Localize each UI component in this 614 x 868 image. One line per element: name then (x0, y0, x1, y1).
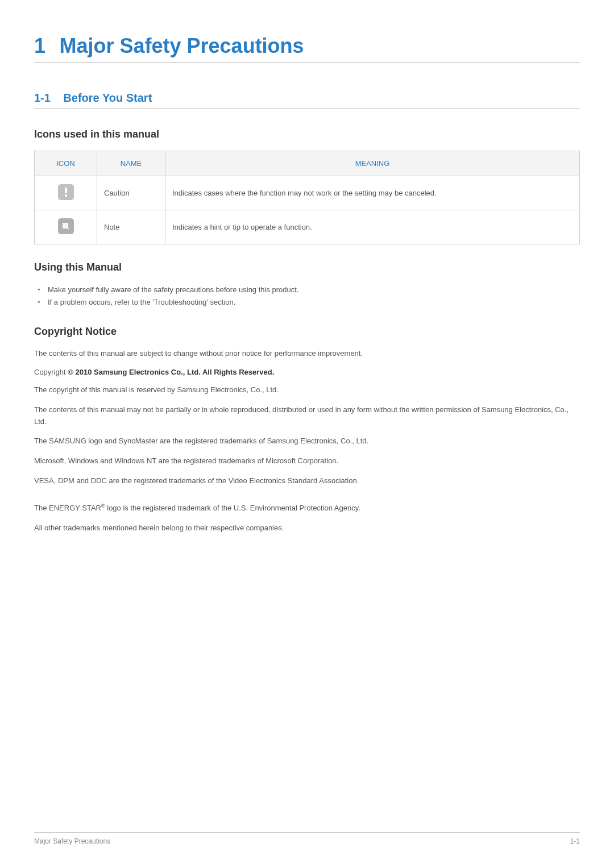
note-icon (58, 218, 74, 234)
header-meaning: MEANING (165, 151, 580, 176)
footer-right: 1-1 (570, 837, 580, 845)
paragraph: All other trademarks mentioned herein be… (34, 522, 580, 534)
name-cell: Note (97, 210, 165, 244)
copyright-line: Copyright © 2010 Samsung Electronics Co.… (34, 368, 580, 376)
list-item: Make yourself fully aware of the safety … (34, 284, 580, 296)
copyright-intro: The contents of this manual are subject … (34, 348, 580, 360)
header-name: NAME (97, 151, 165, 176)
paragraph: Microsoft, Windows and Windows NT are th… (34, 455, 580, 467)
copyright-prefix: Copyright (34, 368, 68, 376)
copyright-symbol: © (68, 368, 73, 376)
energy-star-paragraph: The ENERGY STAR® logo is the registered … (34, 502, 580, 514)
paragraph: VESA, DPM and DDC are the registered tra… (34, 475, 580, 487)
copyright-bold-text: 2010 Samsung Electronics Co., Ltd. All R… (73, 368, 275, 376)
chapter-title: Major Safety Precautions (59, 34, 304, 57)
copyright-heading: Copyright Notice (34, 326, 580, 338)
icons-table: ICON NAME MEANING Caution Indicates case… (34, 151, 580, 244)
header-icon: ICON (35, 151, 97, 176)
paragraph: The contents of this manual may not be p… (34, 404, 580, 428)
table-row: Note Indicates a hint or tip to operate … (35, 210, 580, 244)
meaning-cell: Indicates cases where the function may n… (165, 176, 580, 210)
icon-cell-note (35, 210, 97, 244)
list-item: If a problem occurs, refer to the 'Troub… (34, 296, 580, 309)
icons-used-heading: Icons used in this manual (34, 128, 580, 140)
section-number: 1-1 (34, 92, 51, 104)
using-manual-list: Make yourself fully aware of the safety … (34, 284, 580, 309)
energy-star-post: logo is the registered trademark of the … (105, 504, 360, 512)
using-manual-heading: Using this Manual (34, 261, 580, 273)
caution-icon (58, 184, 74, 200)
icon-cell-caution (35, 176, 97, 210)
registered-symbol: ® (101, 503, 105, 509)
paragraph: The copyright of this manual is reserved… (34, 384, 580, 396)
chapter-heading: 1 Major Safety Precautions (34, 34, 580, 63)
section-heading: 1-1 Before You Start (34, 92, 580, 109)
page-footer: Major Safety Precautions 1-1 (34, 832, 580, 845)
table-row: Caution Indicates cases where the functi… (35, 176, 580, 210)
chapter-number: 1 (34, 34, 45, 57)
section-title: Before You Start (63, 92, 152, 104)
footer-left: Major Safety Precautions (34, 837, 110, 845)
paragraph: The SAMSUNG logo and SyncMaster are the … (34, 435, 580, 447)
energy-star-pre: The ENERGY STAR (34, 504, 101, 512)
name-cell: Caution (97, 176, 165, 210)
table-header-row: ICON NAME MEANING (35, 151, 580, 176)
meaning-cell: Indicates a hint or tip to operate a fun… (165, 210, 580, 244)
